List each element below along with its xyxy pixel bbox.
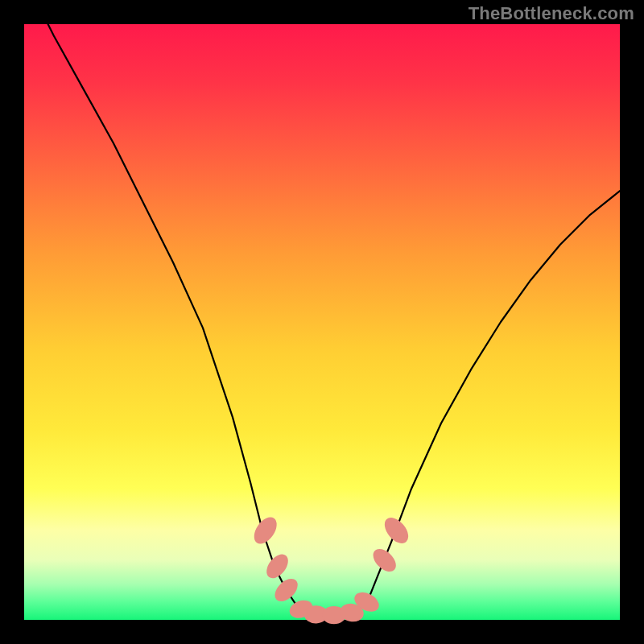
- curve-bead: [380, 514, 413, 548]
- curve-bead: [262, 551, 292, 583]
- chart-frame: TheBottleneck.com: [0, 0, 644, 644]
- plot-area: [24, 24, 620, 620]
- curve-bead: [369, 545, 400, 576]
- beads-group: [250, 513, 413, 624]
- bottleneck-curve: [24, 0, 620, 615]
- curve-svg: [24, 24, 620, 620]
- curve-bead: [270, 575, 302, 606]
- curve-bead: [250, 513, 281, 547]
- watermark-text: TheBottleneck.com: [469, 3, 634, 24]
